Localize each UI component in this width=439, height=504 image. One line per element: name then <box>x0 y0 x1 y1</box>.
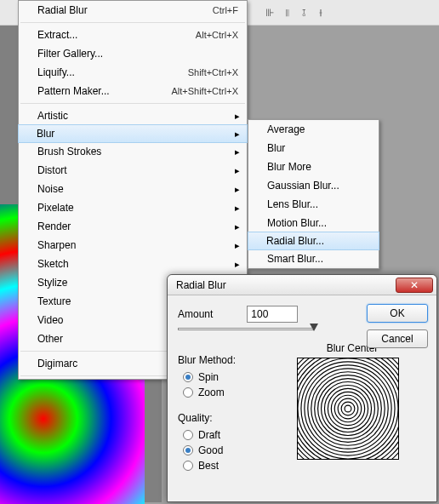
submenu-item-motion-blur[interactable]: Motion Blur... <box>248 214 379 232</box>
radio-icon <box>183 461 193 471</box>
menu-item-pixelate[interactable]: Pixelate <box>19 198 247 217</box>
submenu-item-radial-blur[interactable]: Radial Blur... <box>248 232 379 250</box>
menu-item-filter-gallery[interactable]: Filter Gallery... <box>19 44 247 63</box>
menu-label: Motion Blur... <box>267 217 327 229</box>
menu-label: Artistic <box>37 110 68 122</box>
menu-item-pattern-maker[interactable]: Pattern Maker... Alt+Shift+Ctrl+X <box>19 82 247 100</box>
blur-method-label: Blur Method: <box>178 354 280 366</box>
cancel-button[interactable]: Cancel <box>367 329 428 348</box>
menu-label: Pixelate <box>37 202 74 214</box>
align-icon[interactable]: ⫲ <box>313 5 328 20</box>
menu-label: Lens Blur... <box>267 198 318 210</box>
menu-item-liquify[interactable]: Liquify... Shift+Ctrl+X <box>19 63 247 82</box>
radio-label: Zoom <box>198 387 225 398</box>
menu-shortcut: Shift+Ctrl+X <box>188 67 238 77</box>
svg-point-10 <box>311 372 385 446</box>
menu-label: Extract... <box>37 29 77 41</box>
radio-icon <box>183 372 193 382</box>
toolbar-align-icons: ⊪ ⫴ ⫱ ⫲ <box>262 5 328 20</box>
menu-label: Digimarc <box>37 358 77 369</box>
menu-separator <box>20 103 245 104</box>
close-button[interactable]: ✕ <box>396 278 433 293</box>
submenu-item-average[interactable]: Average <box>248 120 379 139</box>
menu-shortcut: Alt+Shift+Ctrl+X <box>171 86 238 96</box>
menu-item-last-filter[interactable]: Radial Blur Ctrl+F <box>19 1 247 20</box>
dialog-title: Radial Blur <box>176 279 226 291</box>
radio-best[interactable]: Best <box>178 458 280 473</box>
menu-label: Pattern Maker... <box>37 85 110 97</box>
menu-label: Average <box>267 123 305 135</box>
submenu-item-gaussian-blur[interactable]: Gaussian Blur... <box>248 176 379 195</box>
radio-icon <box>183 430 193 440</box>
menu-item-brush-strokes[interactable]: Brush Strokes <box>19 142 247 161</box>
radio-label: Best <box>198 460 219 472</box>
dialog-titlebar[interactable]: Radial Blur ✕ <box>168 275 436 295</box>
radial-blur-dialog: Radial Blur ✕ Amount Blur Method: Spin <box>167 274 437 502</box>
menu-label: Liquify... <box>37 66 75 78</box>
menu-item-distort[interactable]: Distort <box>19 161 247 180</box>
menu-shortcut: Alt+Ctrl+X <box>196 30 238 40</box>
blur-center-preview[interactable] <box>297 358 399 460</box>
radio-label: Spin <box>198 371 219 383</box>
menu-item-sketch[interactable]: Sketch <box>19 255 247 273</box>
ok-button[interactable]: OK <box>367 304 428 323</box>
menu-label: Render <box>37 220 71 232</box>
menu-shortcut: Ctrl+F <box>213 5 238 15</box>
menu-item-noise[interactable]: Noise <box>19 180 247 198</box>
submenu-item-blur[interactable]: Blur <box>248 139 379 158</box>
align-icon[interactable]: ⫱ <box>296 5 311 20</box>
menu-label: Other <box>37 333 63 345</box>
menu-separator <box>20 22 245 23</box>
radio-label: Good <box>198 444 223 456</box>
menu-label: Sharpen <box>37 239 76 251</box>
menu-item-blur[interactable]: Blur <box>18 124 248 143</box>
menu-label: Noise <box>37 183 64 195</box>
menu-item-render[interactable]: Render <box>19 217 247 236</box>
radio-draft[interactable]: Draft <box>178 427 280 443</box>
menu-label: Video <box>37 314 63 326</box>
menu-label: Texture <box>37 295 71 307</box>
align-icon[interactable]: ⊪ <box>262 5 277 20</box>
menu-label: Stylize <box>37 277 67 289</box>
menu-label: Distort <box>37 164 67 176</box>
amount-label: Amount <box>178 308 213 320</box>
amount-slider[interactable] <box>178 328 314 330</box>
svg-point-7 <box>322 382 375 436</box>
radio-spin[interactable]: Spin <box>178 369 280 385</box>
svg-point-8 <box>318 379 379 439</box>
submenu-item-blur-more[interactable]: Blur More <box>248 158 379 176</box>
slider-thumb[interactable] <box>310 324 318 331</box>
menu-item-sharpen[interactable]: Sharpen <box>19 236 247 255</box>
submenu-item-smart-blur[interactable]: Smart Blur... <box>248 249 379 268</box>
blur-submenu: Average Blur Blur More Gaussian Blur... … <box>248 119 379 269</box>
align-icon[interactable]: ⫴ <box>279 5 294 20</box>
svg-point-13 <box>301 362 395 455</box>
svg-point-4 <box>331 392 364 425</box>
radio-icon <box>183 387 193 398</box>
menu-label: Brush Strokes <box>37 146 101 158</box>
svg-point-0 <box>345 405 351 412</box>
menu-label: Blur <box>267 142 285 154</box>
close-icon: ✕ <box>410 279 419 291</box>
menu-label: Blur More <box>267 161 311 173</box>
svg-point-11 <box>308 369 388 449</box>
quality-label: Quality: <box>178 412 280 424</box>
svg-point-3 <box>334 395 361 421</box>
menu-label: Radial Blur... <box>266 235 324 247</box>
radio-label: Draft <box>198 429 220 441</box>
radio-zoom[interactable]: Zoom <box>178 385 280 400</box>
menu-label: Smart Blur... <box>267 253 323 265</box>
menu-label: Blur <box>37 128 54 140</box>
radio-icon <box>183 445 193 455</box>
spin-preview-icon <box>298 358 398 460</box>
menu-label: Radial Blur <box>37 4 88 16</box>
radio-good[interactable]: Good <box>178 443 280 458</box>
menu-label: Gaussian Blur... <box>267 180 339 192</box>
amount-input[interactable] <box>247 306 298 323</box>
menu-item-extract[interactable]: Extract... Alt+Ctrl+X <box>19 26 247 44</box>
menu-item-artistic[interactable]: Artistic <box>19 106 247 125</box>
svg-point-14 <box>298 358 398 459</box>
svg-point-1 <box>341 402 355 415</box>
menu-label: Sketch <box>37 258 69 270</box>
submenu-item-lens-blur[interactable]: Lens Blur... <box>248 195 379 214</box>
